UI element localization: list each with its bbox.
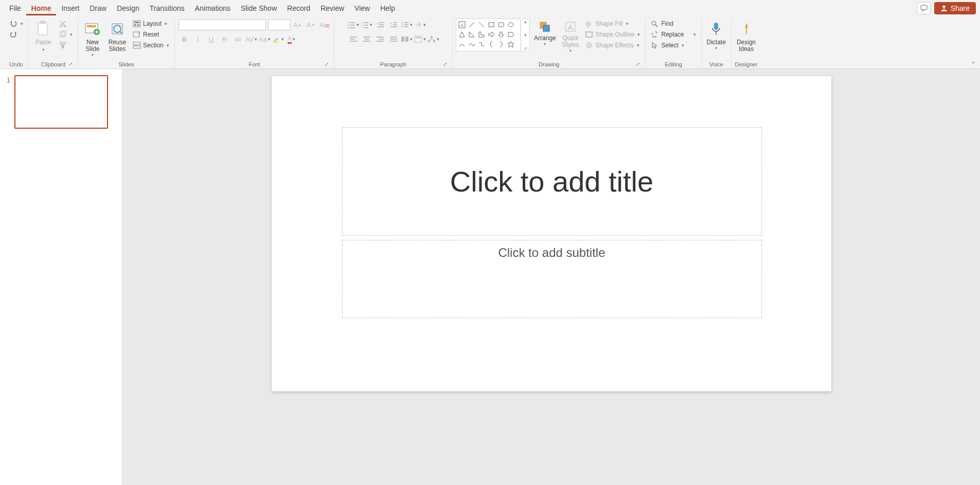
shape-roundrect[interactable] — [496, 20, 505, 29]
numbering-button[interactable]: 123▾ — [361, 19, 373, 31]
line-spacing-button[interactable]: ▾ — [401, 19, 413, 31]
tab-file[interactable]: File — [4, 1, 26, 15]
shape-fill-button[interactable]: Shape Fill▾ — [583, 19, 642, 29]
tab-record[interactable]: Record — [282, 1, 315, 15]
share-button[interactable]: Share — [934, 2, 976, 14]
tab-review[interactable]: Review — [315, 1, 349, 15]
decrease-indent-button[interactable] — [374, 19, 386, 31]
text-direction-button[interactable]: ↕A▾ — [414, 19, 426, 31]
reuse-slides-button[interactable]: Reuse Slides — [106, 19, 129, 54]
smartart-button[interactable]: ▾ — [427, 33, 440, 45]
tab-help[interactable]: Help — [375, 1, 400, 15]
increase-font-button[interactable]: A▲ — [292, 19, 304, 31]
shape-textbox[interactable]: A — [457, 20, 466, 29]
align-center-button[interactable] — [361, 33, 373, 45]
slide-editor-area[interactable]: Click to add title Click to add subtitle — [122, 69, 980, 485]
new-slide-button[interactable]: New Slide▾ — [81, 19, 104, 58]
shape-oval[interactable] — [506, 20, 515, 29]
shapes-scroll-down[interactable]: ▾ — [522, 32, 529, 38]
tab-insert[interactable]: Insert — [56, 1, 84, 15]
tab-transitions[interactable]: Transitions — [145, 1, 190, 15]
tab-view[interactable]: View — [349, 1, 375, 15]
tab-slideshow[interactable]: Slide Show — [236, 1, 282, 15]
font-dialog-launcher[interactable]: ⤢ — [325, 61, 331, 67]
font-size-input[interactable] — [268, 19, 291, 30]
highlight-button[interactable]: ▾ — [272, 33, 284, 45]
shapes-more[interactable]: ≡ — [522, 46, 529, 51]
bullets-button[interactable]: ▾ — [347, 19, 360, 31]
font-name-input[interactable] — [179, 19, 266, 30]
reset-button[interactable]: Reset — [131, 29, 171, 40]
shape-pentagon[interactable] — [506, 30, 515, 39]
shape-l[interactable] — [477, 30, 486, 39]
layout-button[interactable]: Layout▾ — [131, 19, 171, 29]
format-painter-button[interactable] — [57, 40, 75, 50]
copy-button[interactable]: ▾ — [57, 29, 75, 40]
tab-design[interactable]: Design — [112, 1, 145, 15]
char-spacing-button[interactable]: AV▾ — [245, 33, 258, 45]
slide-thumbnail-panel[interactable]: 1 — [0, 69, 122, 485]
columns-button[interactable]: ▾ — [401, 33, 413, 45]
shape-star[interactable] — [506, 40, 515, 48]
shape-line[interactable] — [467, 20, 476, 29]
shape-brace-l[interactable] — [487, 40, 495, 48]
subtitle-placeholder[interactable]: Click to add subtitle — [342, 240, 762, 318]
shape-brace-r[interactable] — [496, 40, 505, 48]
title-placeholder[interactable]: Click to add title — [342, 127, 762, 236]
shape-connector[interactable] — [477, 40, 486, 48]
find-button[interactable]: Find — [649, 19, 698, 29]
shape-rect[interactable] — [487, 20, 495, 29]
align-right-button[interactable] — [374, 33, 386, 45]
drawing-dialog-launcher[interactable]: ⤢ — [636, 61, 642, 67]
shape-line2[interactable] — [477, 20, 486, 29]
shadow-button[interactable]: ab — [232, 33, 244, 45]
tab-draw[interactable]: Draw — [84, 1, 112, 15]
replace-button[interactable]: abReplace▾ — [649, 29, 698, 40]
quick-styles-button[interactable]: A Quick Styles▾ — [560, 19, 581, 54]
italic-button[interactable]: I — [192, 33, 204, 45]
bold-button[interactable]: B — [179, 33, 191, 45]
strikethrough-button[interactable]: S — [219, 33, 231, 45]
paragraph-dialog-launcher[interactable]: ⤢ — [443, 61, 449, 67]
underline-button[interactable]: U — [205, 33, 218, 45]
shapes-scroll-up[interactable]: ▴ — [522, 19, 529, 24]
tab-animations[interactable]: Animations — [190, 1, 236, 15]
justify-button[interactable] — [387, 33, 400, 45]
comments-button[interactable] — [917, 2, 931, 14]
section-button[interactable]: Section▾ — [131, 40, 171, 50]
tab-home[interactable]: Home — [26, 1, 57, 15]
shape-outline-button[interactable]: Shape Outline▾ — [583, 29, 642, 40]
clear-formatting-button[interactable]: A⌫ — [318, 19, 331, 31]
group-voice: Dictate▾ Voice — [702, 19, 732, 68]
svg-rect-34 — [364, 27, 368, 28]
align-text-button[interactable]: ▾ — [414, 33, 426, 45]
shape-arrow-right[interactable] — [487, 30, 495, 39]
align-left-button[interactable] — [347, 33, 360, 45]
shape-curve[interactable] — [467, 40, 476, 48]
slide-thumbnail-1[interactable] — [14, 75, 108, 129]
select-button[interactable]: Select▾ — [649, 40, 698, 50]
shape-triangle[interactable] — [457, 30, 466, 39]
svg-rect-59 — [415, 36, 422, 42]
decrease-font-button[interactable]: A▼ — [305, 19, 317, 31]
undo-button[interactable]: ▾ — [7, 19, 25, 29]
design-ideas-button[interactable]: Design Ideas — [735, 19, 758, 54]
svg-rect-62 — [428, 40, 430, 42]
paste-button[interactable]: Paste▾ — [32, 19, 55, 54]
svg-rect-49 — [365, 39, 369, 40]
shape-effects-button[interactable]: Shape Effects▾ — [583, 40, 642, 50]
change-case-button[interactable]: Aa▾ — [259, 33, 271, 45]
shape-arc[interactable] — [457, 40, 466, 48]
slide-canvas[interactable]: Click to add title Click to add subtitle — [272, 76, 831, 391]
redo-button[interactable] — [7, 29, 25, 40]
shapes-gallery[interactable]: A — [456, 19, 521, 51]
cut-button[interactable] — [57, 19, 75, 29]
collapse-ribbon-button[interactable]: ⌄ — [971, 58, 976, 65]
dictate-button[interactable]: Dictate▾ — [705, 19, 728, 51]
clipboard-dialog-launcher[interactable]: ⤢ — [68, 61, 75, 67]
arrange-button[interactable]: Arrange▾ — [532, 19, 558, 47]
increase-indent-button[interactable] — [387, 19, 400, 31]
shape-arrow-down[interactable] — [496, 30, 505, 39]
shape-rtriangle[interactable] — [467, 30, 476, 39]
font-color-button[interactable]: A▾ — [286, 33, 298, 45]
